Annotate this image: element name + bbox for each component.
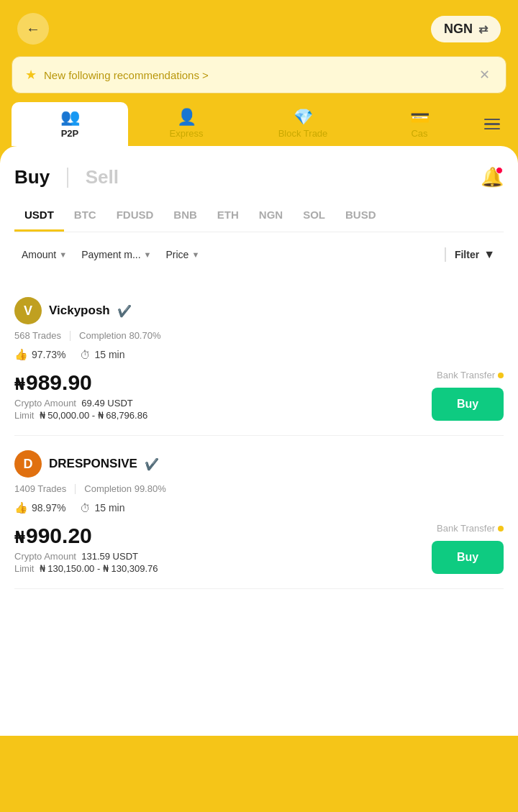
time-value: 15 min bbox=[94, 349, 124, 360]
price-limit: Limit ₦ 130,150.00 - ₦ 130,309.76 bbox=[14, 563, 158, 574]
block-trade-icon: 💎 bbox=[294, 109, 313, 125]
header: ← NGN ⇄ bbox=[0, 0, 518, 53]
p2p-label: P2P bbox=[61, 128, 79, 139]
clock-icon: ⏱ bbox=[80, 349, 91, 361]
nav-tabs: 👥 P2P 👤 Express 💎 Block Trade 💳 Cas bbox=[12, 102, 506, 146]
express-icon: 👤 bbox=[177, 109, 196, 125]
crypto-tab-usdt[interactable]: USDT bbox=[14, 203, 64, 232]
naira-symbol: ₦ bbox=[14, 375, 24, 394]
time-value: 15 min bbox=[94, 502, 124, 514]
price-filter[interactable]: Price ▼ bbox=[159, 245, 207, 265]
trader-stats: 568 Trades Completion 80.70% bbox=[14, 330, 504, 341]
payment-chevron-icon: ▼ bbox=[144, 250, 152, 259]
crypto-tab-eth[interactable]: ETH bbox=[207, 203, 249, 232]
price-limit: Limit ₦ 50,000.00 - ₦ 68,796.86 bbox=[14, 410, 147, 421]
payment-dot-icon bbox=[498, 373, 504, 378]
trader-header: D DRESPONSIVE ✔️ bbox=[14, 450, 504, 478]
rating-value: 97.73% bbox=[32, 349, 65, 360]
menu-line-3 bbox=[484, 128, 500, 130]
p2p-icon: 👥 bbox=[60, 109, 80, 125]
tab-p2p[interactable]: 👥 P2P bbox=[12, 102, 128, 146]
cash-icon: 💳 bbox=[410, 109, 430, 125]
trader-header: V Vickyposh ✔️ bbox=[14, 297, 504, 324]
crypto-tab-btc[interactable]: BTC bbox=[64, 203, 106, 232]
currency-selector[interactable]: NGN ⇄ bbox=[431, 16, 501, 42]
time-item: ⏱ 15 min bbox=[80, 502, 124, 514]
payment-type: Bank Transfer bbox=[437, 370, 504, 380]
trader-stats: 1409 Trades Completion 99.80% bbox=[14, 483, 504, 494]
cash-label: Cas bbox=[411, 128, 427, 139]
payment-type: Bank Transfer bbox=[437, 523, 504, 534]
recommendation-banner: ★ New following recommendations > ✕ bbox=[12, 56, 506, 93]
crypto-amount: 69.49 USDT bbox=[81, 398, 133, 409]
price-details: Crypto Amount 131.59 USDT bbox=[14, 551, 158, 562]
naira-symbol: ₦ bbox=[14, 529, 24, 547]
notification-dot bbox=[496, 167, 503, 174]
completion-rate: Completion 80.70% bbox=[79, 330, 160, 341]
crypto-tab-fdusd[interactable]: FDUSD bbox=[106, 203, 164, 232]
price-main: ₦ 990.20 bbox=[14, 524, 158, 548]
buy-sell-row: Buy Sell 🔔 bbox=[14, 166, 504, 188]
star-icon: ★ bbox=[25, 67, 37, 83]
payment-dot-icon bbox=[498, 526, 504, 532]
back-button[interactable]: ← bbox=[17, 13, 49, 45]
crypto-tab-busd[interactable]: BUSD bbox=[335, 203, 386, 232]
time-item: ⏱ 15 min bbox=[80, 349, 124, 361]
avatar: V bbox=[14, 297, 42, 324]
trader-ratings: 👍 97.73% ⏱ 15 min bbox=[14, 348, 504, 361]
menu-button[interactable] bbox=[478, 111, 506, 137]
price-info: ₦ 990.20 Crypto Amount 131.59 USDT Limit… bbox=[14, 524, 158, 574]
notification-button[interactable]: 🔔 bbox=[481, 166, 504, 188]
block-trade-label: Block Trade bbox=[278, 128, 328, 139]
tab-cash[interactable]: 💳 Cas bbox=[361, 102, 478, 146]
price-value: 990.20 bbox=[26, 524, 92, 548]
payment-buy-col: Bank Transfer Buy bbox=[432, 523, 504, 574]
buy-button[interactable]: Buy bbox=[432, 388, 504, 421]
rating-value: 98.97% bbox=[32, 502, 65, 514]
sell-tab[interactable]: Sell bbox=[86, 166, 119, 188]
verified-icon: ✔️ bbox=[145, 457, 159, 471]
filters-row: Amount ▼ Payment m... ▼ Price ▼ Filter ▼ bbox=[14, 244, 504, 265]
buy-sell-divider bbox=[67, 168, 68, 188]
price-chevron-icon: ▼ bbox=[191, 250, 199, 259]
crypto-tab-bnb[interactable]: BNB bbox=[163, 203, 207, 232]
tab-express[interactable]: 👤 Express bbox=[128, 102, 245, 146]
main-filter-button[interactable]: Filter ▼ bbox=[446, 244, 504, 265]
trade-count: 568 Trades bbox=[14, 330, 61, 341]
limit-value: ₦ 50,000.00 - ₦ 68,796.86 bbox=[40, 410, 147, 421]
crypto-tab-sol[interactable]: SOL bbox=[293, 203, 335, 232]
completion-rate: Completion 99.80% bbox=[84, 483, 165, 494]
avatar: D bbox=[14, 450, 42, 478]
price-filter-label: Price bbox=[166, 249, 189, 260]
currency-label: NGN bbox=[444, 22, 473, 37]
menu-line-1 bbox=[484, 119, 500, 121]
thumbs-up-icon: 👍 bbox=[14, 348, 28, 361]
trader-card: D DRESPONSIVE ✔️ 1409 Trades Completion … bbox=[14, 436, 504, 589]
stat-divider bbox=[75, 484, 76, 494]
banner-content: ★ New following recommendations > bbox=[25, 67, 209, 83]
trader-price-row: ₦ 990.20 Crypto Amount 131.59 USDT Limit… bbox=[14, 523, 504, 574]
price-info: ₦ 989.90 Crypto Amount 69.49 USDT Limit … bbox=[14, 370, 147, 421]
amount-chevron-icon: ▼ bbox=[59, 250, 67, 259]
rating-item: 👍 97.73% bbox=[14, 348, 65, 361]
express-label: Express bbox=[170, 128, 204, 139]
close-banner-button[interactable]: ✕ bbox=[476, 67, 493, 83]
trader-card: V Vickyposh ✔️ 568 Trades Completion 80.… bbox=[14, 283, 504, 436]
price-main: ₦ 989.90 bbox=[14, 370, 147, 395]
stat-divider bbox=[70, 331, 71, 341]
thumbs-up-icon: 👍 bbox=[14, 501, 28, 514]
amount-filter-label: Amount bbox=[22, 249, 56, 260]
tab-block-trade[interactable]: 💎 Block Trade bbox=[245, 102, 361, 146]
crypto-amount: 131.59 USDT bbox=[81, 551, 138, 562]
buy-button[interactable]: Buy bbox=[432, 541, 504, 574]
clock-icon: ⏱ bbox=[80, 502, 91, 514]
banner-text[interactable]: New following recommendations > bbox=[44, 69, 209, 81]
payment-filter-label: Payment m... bbox=[81, 249, 140, 260]
buy-tab[interactable]: Buy bbox=[14, 166, 50, 188]
trader-name: DRESPONSIVE bbox=[49, 457, 137, 471]
amount-filter[interactable]: Amount ▼ bbox=[14, 245, 74, 265]
payment-filter[interactable]: Payment m... ▼ bbox=[74, 245, 158, 265]
crypto-tab-ngn[interactable]: NGN bbox=[249, 203, 293, 232]
trader-price-row: ₦ 989.90 Crypto Amount 69.49 USDT Limit … bbox=[14, 370, 504, 421]
crypto-tabs: USDT BTC FDUSD BNB ETH NGN SOL BUSD bbox=[14, 203, 504, 232]
